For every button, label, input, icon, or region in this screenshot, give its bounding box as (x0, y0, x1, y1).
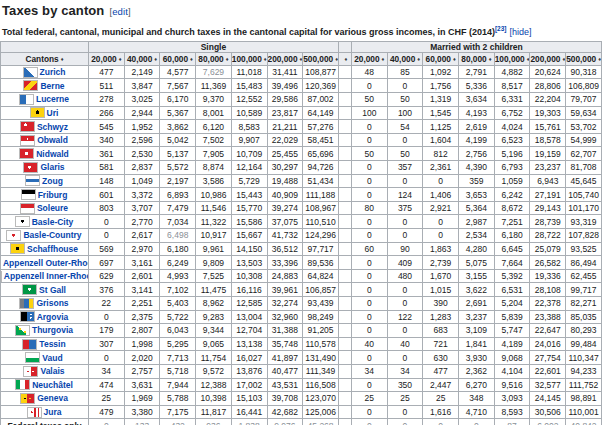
tax-value-cell: 0 (351, 161, 387, 175)
tax-value-cell: 1,969 (124, 392, 160, 406)
tax-value-cell: 6,120 (196, 120, 232, 134)
income-header-single-100-000[interactable]: 100,000♦ (231, 52, 267, 65)
income-header-married-500-000[interactable]: 500,000♦ (566, 52, 602, 65)
income-header-married-80-000[interactable]: 80,000♦ (459, 52, 495, 65)
income-header-married-40-000[interactable]: 40,000♦ (387, 52, 423, 65)
income-header-single-200-000[interactable]: 200,000♦ (267, 52, 303, 65)
canton-link-nidwald[interactable]: Nidwald (36, 149, 69, 159)
tax-value-cell: 0 (351, 256, 387, 270)
canton-link-jura[interactable]: Jura (44, 407, 62, 417)
income-header-single-80-000[interactable]: 80,000♦ (196, 52, 232, 65)
tax-value-cell: 16,441 (231, 405, 267, 419)
tax-value-cell: 25,079 (530, 242, 566, 256)
canton-link-glaris[interactable]: Glaris (40, 162, 64, 172)
tax-value-cell: 0 (351, 229, 387, 243)
income-header-label: 60,000 (163, 54, 188, 64)
canton-link-soleure[interactable]: Soleure (37, 203, 68, 213)
tax-value-cell: 35,748 (267, 337, 303, 351)
tax-value-cell: 62,707 (566, 147, 602, 161)
reference-link[interactable]: [23] (495, 25, 507, 32)
federal-row-label: Federal taxes only (7, 421, 81, 425)
income-header-married-200-000[interactable]: 200,000♦ (530, 52, 566, 65)
income-header-married-60-000[interactable]: 60,000♦ (423, 52, 459, 65)
income-header-married-20-000[interactable]: 20,000♦ (351, 52, 387, 65)
canton-link-zurich[interactable]: Zurich (40, 67, 66, 77)
tax-value-cell: 511 (89, 79, 125, 93)
canton-link-grisons[interactable]: Grisons (36, 298, 68, 308)
canton-link-thurgovia[interactable]: Thurgovia (32, 325, 73, 335)
tax-value-cell: 124 (387, 188, 423, 202)
group-header-single: Single (89, 41, 339, 52)
cantons-header[interactable]: Cantons♦ (1, 52, 89, 65)
income-header-label: 500,000 (566, 54, 596, 64)
income-header-married-100-000[interactable]: 100,000♦ (494, 52, 530, 65)
tax-value-cell: 6,523 (494, 133, 530, 147)
canton-link-vaud[interactable]: Vaud (42, 353, 62, 363)
income-header-single-60-000[interactable]: 60,000♦ (160, 52, 196, 65)
canton-link-appenzell-inner-rhodes[interactable]: Appenzell Inner-Rhodes (4, 271, 89, 281)
canton-link-uri[interactable]: Uri (47, 108, 59, 118)
income-header-single-40-000[interactable]: 40,000♦ (124, 52, 160, 65)
sort-icon: ♦ (226, 56, 229, 62)
flag-nidwald-icon (20, 149, 33, 158)
tax-value-cell: 82,271 (566, 296, 602, 310)
canton-link-basle-country[interactable]: Basle-Country (23, 230, 81, 240)
tax-value-cell: 350 (387, 378, 423, 392)
tax-value-cell: 13,503 (231, 256, 267, 270)
canton-link-appenzell-outer-rhodes[interactable]: Appenzell Outer-Rhodes (3, 258, 89, 268)
canton-link-friburg[interactable]: Friburg (38, 190, 68, 200)
canton-link-schaffhouse[interactable]: Schaffhouse (27, 244, 78, 254)
tax-value-cell: 28,806 (530, 79, 566, 93)
tax-value-cell: 15,443 (231, 188, 267, 202)
column-header-row: Cantons♦ 20,000♦40,000♦60,000♦80,000♦100… (1, 52, 602, 65)
canton-link-schwyz[interactable]: Schwyz (37, 122, 68, 132)
canton-link-berne[interactable]: Berne (40, 81, 64, 91)
canton-link-tessin[interactable]: Tessin (39, 339, 65, 349)
canton-link-zoug[interactable]: Zoug (42, 176, 63, 186)
tax-value-cell: 2,987 (459, 215, 495, 229)
tax-value-cell: 32,960 (267, 310, 303, 324)
income-header-single-20-000[interactable]: 20,000♦ (89, 52, 125, 65)
canton-link-basle-city[interactable]: Basle-City (32, 217, 74, 227)
tax-value-cell: 25 (423, 392, 459, 406)
income-header-single-500-000[interactable]: 500,000♦ (303, 52, 339, 65)
tax-value-cell: 123,070 (303, 392, 339, 406)
tax-value-cell: 24,016 (530, 337, 566, 351)
tax-value-cell: 59,634 (566, 106, 602, 120)
hide-link[interactable]: [hide] (510, 27, 532, 37)
flag-friburg-icon (22, 190, 35, 199)
table-row: Zurich4772,1494,5777,62911,01831,411108,… (1, 65, 602, 79)
tax-value-cell: 3,025 (124, 93, 160, 107)
tax-value-cell: 3,380 (124, 405, 160, 419)
tax-value-cell: 21,211 (267, 120, 303, 134)
tax-value-cell: 6,531 (494, 283, 530, 297)
tax-value-cell: 7,502 (196, 133, 232, 147)
tax-value-cell: 4,882 (494, 65, 530, 79)
canton-link-valais[interactable]: Valais (40, 366, 64, 376)
canton-link-st-gall[interactable]: St Gall (39, 285, 66, 295)
canton-link-neuch-tel[interactable]: Neuchâtel (32, 380, 73, 390)
table-row: Friburg6013,3726,89310,98615,44340,90911… (1, 188, 602, 202)
tax-value-cell: 6,242 (494, 188, 530, 202)
canton-link-lucerne[interactable]: Lucerne (36, 94, 69, 104)
tax-value-cell: 545 (89, 120, 125, 134)
tax-value-cell: 2,362 (459, 364, 495, 378)
tax-value-cell: 2,534 (459, 229, 495, 243)
canton-cell: Grisons (1, 296, 89, 310)
tax-value-cell: 7,525 (196, 269, 232, 283)
tax-value-cell: 39,708 (267, 392, 303, 406)
canton-link-argovia[interactable]: Argovia (37, 312, 69, 322)
canton-link-obwald[interactable]: Obwald (37, 135, 68, 145)
tax-value-cell: 5,572 (160, 161, 196, 175)
tax-value-cell: 1,616 (423, 405, 459, 419)
canton-cell: Uri (1, 106, 89, 120)
tax-value-cell: 40,909 (267, 188, 303, 202)
edit-link[interactable]: edit (112, 6, 128, 17)
income-header-label: 80,000 (198, 54, 223, 64)
canton-cell: Argovia (1, 310, 89, 324)
group-header-married: Married with 2 children (351, 41, 601, 52)
tax-value-cell: 5,042 (160, 133, 196, 147)
canton-link-geneva[interactable]: Geneva (37, 393, 68, 403)
tax-value-cell: 0 (351, 419, 387, 425)
spacer-sort-header[interactable]: ♦ (338, 52, 351, 65)
